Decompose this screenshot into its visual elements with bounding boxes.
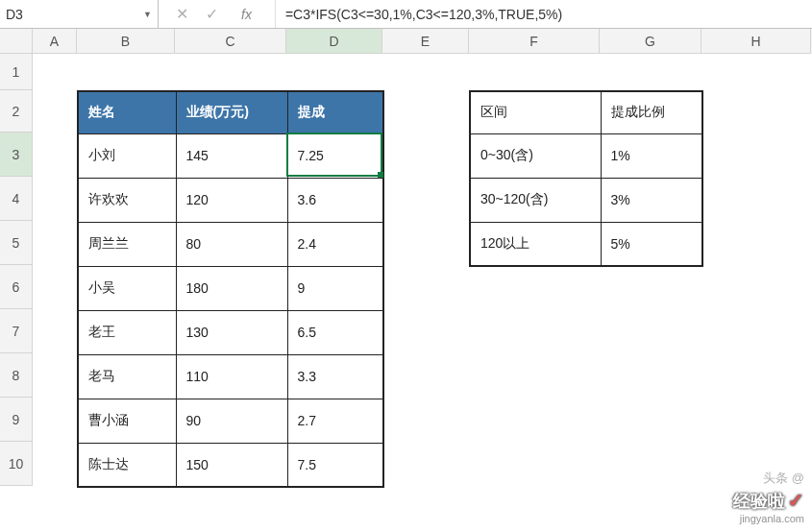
cell[interactable]: 3.3 xyxy=(287,354,383,399)
row-header-10[interactable]: 10 xyxy=(0,442,33,486)
row-header-6[interactable]: 6 xyxy=(0,265,33,309)
table-row: 许欢欢1203.6 xyxy=(78,178,383,222)
cell[interactable]: 7.5 xyxy=(287,443,383,487)
cell[interactable]: 30~120(含) xyxy=(470,178,601,222)
col-header-E[interactable]: E xyxy=(382,29,469,54)
watermark-brand: 经验啦 xyxy=(733,490,785,513)
watermark: 头条 @ 经验啦 ✓ jingyanla.com xyxy=(733,470,804,524)
table-row: 0~30(含)1% xyxy=(470,133,702,178)
formula-buttons: ✕ ✓ fx xyxy=(159,0,276,28)
cell[interactable]: 130 xyxy=(176,310,287,354)
col-header-C[interactable]: C xyxy=(175,29,286,54)
cancel-icon[interactable]: ✕ xyxy=(176,5,188,23)
cell[interactable]: 3% xyxy=(601,178,702,222)
chevron-down-icon[interactable]: ▼ xyxy=(143,10,152,19)
column-headers: A B C D E F G H xyxy=(33,29,812,54)
header-rate[interactable]: 提成比例 xyxy=(601,91,702,133)
table-row: 30~120(含)3% xyxy=(470,178,702,222)
cell[interactable]: 120 xyxy=(176,178,287,222)
header-commission[interactable]: 提成 xyxy=(287,91,383,133)
cell[interactable]: 周兰兰 xyxy=(78,222,176,266)
row-headers: 1 2 3 4 5 6 7 8 9 10 xyxy=(0,54,33,486)
row-header-8[interactable]: 8 xyxy=(0,353,33,398)
cell[interactable]: 小刘 xyxy=(78,133,176,178)
watermark-site: jingyanla.com xyxy=(740,513,804,524)
row-header-2[interactable]: 2 xyxy=(0,90,33,133)
table-row: 120以上5% xyxy=(470,222,702,266)
header-range[interactable]: 区间 xyxy=(470,91,601,133)
cell[interactable]: 180 xyxy=(176,266,287,310)
table-header-row: 区间 提成比例 xyxy=(470,91,702,133)
data-table: 姓名 业绩(万元) 提成 小刘1457.25 许欢欢1203.6 周兰兰802.… xyxy=(77,90,384,488)
col-header-B[interactable]: B xyxy=(77,29,175,54)
table-row: 小吴1809 xyxy=(78,266,383,310)
header-performance[interactable]: 业绩(万元) xyxy=(176,91,287,133)
select-all-corner[interactable] xyxy=(0,29,33,54)
table-row: 曹小涵902.7 xyxy=(78,399,383,443)
cell[interactable]: 小吴 xyxy=(78,266,176,310)
watermark-author: 头条 @ xyxy=(763,470,804,487)
cell[interactable]: 3.6 xyxy=(287,178,383,222)
cell[interactable]: 0~30(含) xyxy=(470,133,601,178)
cell[interactable]: 120以上 xyxy=(470,222,601,266)
row-header-3[interactable]: 3 xyxy=(0,133,33,177)
table-row: 周兰兰802.4 xyxy=(78,222,383,266)
cell[interactable]: 5% xyxy=(601,222,702,266)
cell[interactable]: 110 xyxy=(176,354,287,399)
check-icon: ✓ xyxy=(788,489,804,512)
table-row: 陈士达1507.5 xyxy=(78,443,383,487)
reference-table: 区间 提成比例 0~30(含)1% 30~120(含)3% 120以上5% xyxy=(469,90,703,267)
row-header-7[interactable]: 7 xyxy=(0,309,33,353)
formula-input[interactable]: =C3*IFS(C3<=30,1%,C3<=120,3%,TRUE,5%) xyxy=(276,0,812,28)
cell[interactable]: 老王 xyxy=(78,310,176,354)
col-header-F[interactable]: F xyxy=(469,29,600,54)
col-header-G[interactable]: G xyxy=(600,29,701,54)
table-row: 老马1103.3 xyxy=(78,354,383,399)
cell[interactable]: 陈士达 xyxy=(78,443,176,487)
name-box-value: D3 xyxy=(6,7,143,22)
cell[interactable]: 2.7 xyxy=(287,399,383,443)
cell[interactable]: 老马 xyxy=(78,354,176,399)
cell[interactable]: 2.4 xyxy=(287,222,383,266)
fx-icon[interactable]: fx xyxy=(235,7,258,22)
cell[interactable]: 1% xyxy=(601,133,702,178)
col-header-D[interactable]: D xyxy=(286,29,382,54)
sheet-area[interactable]: 姓名 业绩(万元) 提成 小刘1457.25 许欢欢1203.6 周兰兰802.… xyxy=(33,54,812,486)
row-header-4[interactable]: 4 xyxy=(0,177,33,221)
table-row: 小刘1457.25 xyxy=(78,133,383,178)
name-box[interactable]: D3 ▼ xyxy=(0,0,159,28)
row-header-1[interactable]: 1 xyxy=(0,54,33,90)
table-row: 老王1306.5 xyxy=(78,310,383,354)
accept-icon[interactable]: ✓ xyxy=(206,5,218,23)
cell[interactable]: 9 xyxy=(287,266,383,310)
formula-bar: D3 ▼ ✕ ✓ fx =C3*IFS(C3<=30,1%,C3<=120,3%… xyxy=(0,0,812,29)
col-header-A[interactable]: A xyxy=(33,29,77,54)
row-header-9[interactable]: 9 xyxy=(0,398,33,442)
cell[interactable]: 90 xyxy=(176,399,287,443)
cell[interactable]: 145 xyxy=(176,133,287,178)
row-header-5[interactable]: 5 xyxy=(0,221,33,265)
header-name[interactable]: 姓名 xyxy=(78,91,176,133)
cell[interactable]: 7.25 xyxy=(287,133,383,178)
cell[interactable]: 曹小涵 xyxy=(78,399,176,443)
cell[interactable]: 6.5 xyxy=(287,310,383,354)
cell[interactable]: 80 xyxy=(176,222,287,266)
cell[interactable]: 许欢欢 xyxy=(78,178,176,222)
col-header-H[interactable]: H xyxy=(701,29,811,54)
cell[interactable]: 150 xyxy=(176,443,287,487)
table-header-row: 姓名 业绩(万元) 提成 xyxy=(78,91,383,133)
formula-text: =C3*IFS(C3<=30,1%,C3<=120,3%,TRUE,5%) xyxy=(285,7,562,22)
